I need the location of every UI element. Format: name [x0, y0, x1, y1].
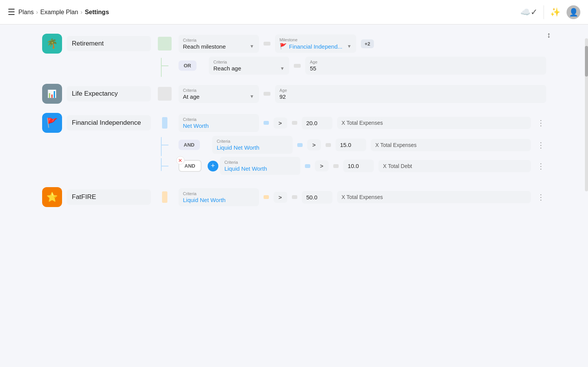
fi-and-badge-1[interactable]: AND	[179, 140, 200, 150]
fatfire-label-box: X Total Expenses	[337, 191, 531, 203]
retirement-criteria-dropdown[interactable]: ▼	[250, 44, 254, 49]
fi-and-2-criteria-box: Criteria Liquid Net Worth	[220, 157, 300, 175]
scrollbar[interactable]	[585, 38, 588, 191]
fi-and-row-2: ✕ AND + Criteria Liquid Net Worth > 10.0…	[42, 157, 546, 175]
retirement-or-dropdown[interactable]: ▼	[280, 66, 285, 71]
retirement-tree-line-h	[161, 65, 169, 66]
milestone-life-expectancy: 📊 Life Expectancy Criteria At age ▼ Age …	[42, 84, 546, 104]
milestone-fatfire: ⭐ FatFIRE Criteria Liquid Net Worth > 50…	[42, 187, 546, 207]
retirement-connector-col	[156, 37, 174, 51]
header: ☰ Plans › Example Plan › Settings ☁️✓ ✨ …	[0, 0, 588, 24]
fatfire-criteria-value[interactable]: Liquid Net Worth	[183, 197, 254, 203]
life-expectancy-dropdown[interactable]: ▼	[250, 94, 254, 99]
retirement-criteria-label: Criteria	[183, 38, 254, 42]
fi-and-1-line-2	[326, 143, 331, 147]
fi-and-1-value-box: 15.0	[336, 139, 366, 151]
retirement-icon[interactable]: 🌴	[42, 34, 62, 54]
breadcrumb-sep-1: ›	[36, 9, 38, 16]
retirement-milestone-label: Milestone	[280, 38, 352, 42]
avatar[interactable]: 👤	[567, 5, 580, 19]
milestone-financial-independence: 🚩 Financial Independence Criteria Net Wo…	[42, 113, 546, 175]
fi-and-1-kebab[interactable]: ⋮	[536, 139, 546, 151]
fatfire-line-1	[264, 195, 269, 199]
header-divider	[544, 5, 544, 19]
retirement-primary-row: 🌴 Retirement Criteria Reach milestone ▼ …	[42, 34, 546, 54]
fatfire-icon[interactable]: ⭐	[42, 187, 62, 207]
fi-and-1-criteria-box: Criteria Liquid Net Worth	[212, 136, 293, 154]
fi-delete-x[interactable]: ✕	[176, 156, 185, 165]
cloud-check-icon[interactable]: ☁️✓	[520, 7, 537, 17]
retirement-criteria-box: Criteria Reach milestone ▼	[179, 35, 259, 53]
financial-independence-name: Financial Independence	[67, 115, 151, 130]
fi-and-tree-line-v	[161, 137, 162, 156]
retirement-line-1	[264, 42, 270, 46]
fi-and-1-criteria-label: Criteria	[217, 139, 288, 144]
fi-and-2-value-box: 10.0	[343, 160, 374, 172]
retirement-criteria-value[interactable]: Reach milestone ▼	[183, 43, 254, 50]
retirement-or-age-box: Age 55	[305, 57, 546, 75]
fatfire-value: 50.0	[306, 194, 328, 201]
fi-kebab[interactable]: ⋮	[536, 117, 546, 129]
fi-and-2-line-1	[305, 164, 310, 168]
main-content: ↕ 🌴 Retirement Criteria Reach milestone …	[30, 24, 559, 225]
fi-add-circle[interactable]: +	[208, 161, 218, 171]
retirement-or-line	[294, 64, 301, 68]
fi-and-1-criteria-value[interactable]: Liquid Net Worth	[217, 144, 288, 151]
life-expectancy-connector-col	[156, 87, 174, 101]
fatfire-criteria-label: Criteria	[183, 191, 254, 196]
life-expectancy-criteria-value[interactable]: At age ▼	[183, 93, 254, 100]
retirement-or-row: OR Criteria Reach age ▼ Age 55	[42, 57, 546, 75]
life-expectancy-age-box: Age 92	[275, 85, 546, 103]
fi-value: 20.0	[306, 120, 328, 126]
header-right: ☁️✓ ✨ 👤	[520, 5, 580, 19]
fatfire-kebab[interactable]: ⋮	[536, 191, 546, 203]
financial-independence-primary-row: 🚩 Financial Independence Criteria Net Wo…	[42, 113, 546, 133]
life-expectancy-icon[interactable]: 📊	[42, 84, 62, 104]
retirement-milestone-dropdown[interactable]: ▼	[347, 44, 352, 49]
fatfire-connector-col	[156, 191, 174, 203]
fi-and-1-operator: >	[307, 139, 321, 150]
fatfire-line-2	[292, 195, 297, 199]
fi-connector-shape	[162, 117, 167, 129]
retirement-or-criteria-box: Criteria Reach age ▼	[209, 57, 289, 75]
life-expectancy-line	[264, 92, 270, 96]
fi-and-tree	[156, 145, 174, 145]
life-expectancy-connector-shape	[158, 87, 172, 101]
sparkle-icon[interactable]: ✨	[550, 7, 560, 17]
fi-and-2-label-box: X Total Debt	[378, 160, 531, 172]
life-expectancy-age-label: Age	[280, 88, 542, 93]
fi-line-2	[292, 121, 297, 125]
fatfire-primary-row: ⭐ FatFIRE Criteria Liquid Net Worth > 50…	[42, 187, 546, 207]
sort-icon[interactable]: ↕	[547, 31, 551, 39]
fi-and-1-value: 15.0	[340, 142, 362, 148]
financial-independence-icon[interactable]: 🚩	[42, 113, 62, 133]
retirement-or-tree	[156, 65, 174, 66]
breadcrumb-plans[interactable]: Plans	[18, 9, 34, 16]
header-left: ☰ Plans › Example Plan › Settings	[8, 7, 109, 17]
retirement-name: Retirement	[67, 36, 151, 51]
breadcrumb-sep-2: ›	[80, 9, 82, 16]
fi-and-2-tree-line-v	[161, 158, 162, 171]
fi-line-1	[264, 121, 269, 125]
fatfire-value-box: 50.0	[302, 191, 332, 204]
fi-connector-col	[156, 117, 174, 129]
fi-and-2-criteria-value[interactable]: Liquid Net Worth	[224, 165, 296, 172]
menu-icon[interactable]: ☰	[8, 7, 15, 17]
fatfire-operator: >	[274, 192, 287, 203]
retirement-plus-badge[interactable]: +2	[361, 39, 374, 48]
breadcrumb-settings: Settings	[85, 9, 109, 16]
retirement-or-age-label: Age	[310, 60, 542, 64]
breadcrumb-example-plan[interactable]: Example Plan	[40, 9, 78, 16]
milestone-retirement: 🌴 Retirement Criteria Reach milestone ▼ …	[42, 34, 546, 75]
fi-criteria-box: Criteria Net Worth	[179, 114, 259, 132]
fatfire-name: FatFIRE	[67, 189, 151, 205]
fi-operator-box: >	[274, 117, 287, 129]
fi-and-2-kebab[interactable]: ⋮	[536, 160, 546, 172]
retirement-or-badge[interactable]: OR	[179, 60, 197, 71]
fi-and-2-operator: >	[315, 160, 329, 171]
fi-criteria-value[interactable]: Net Worth	[183, 122, 254, 129]
retirement-milestone-value[interactable]: 🚩 Financial Independ... ▼	[280, 43, 352, 50]
life-expectancy-name: Life Expectancy	[67, 86, 151, 101]
retirement-or-criteria-value[interactable]: Reach age ▼	[213, 65, 285, 72]
breadcrumb: Plans › Example Plan › Settings	[18, 9, 109, 16]
